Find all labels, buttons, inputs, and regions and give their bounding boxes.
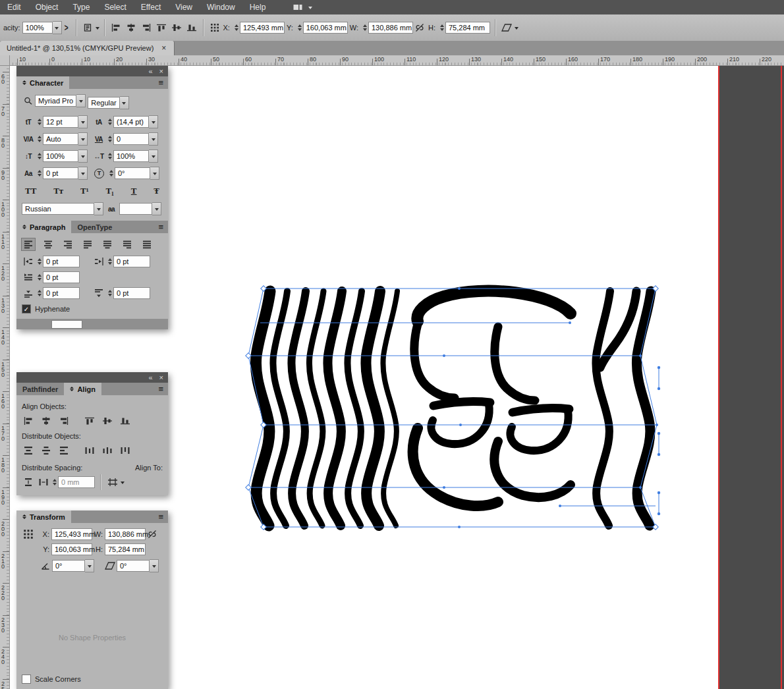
h-left-icon[interactable] xyxy=(22,415,35,427)
dv-bot-icon[interactable] xyxy=(57,445,70,456)
reference-point-icon[interactable] xyxy=(208,22,221,34)
anchor-point[interactable] xyxy=(458,287,461,290)
chevron-down-icon[interactable] xyxy=(150,559,159,572)
panel-menu-icon[interactable]: ≡ xyxy=(158,222,163,232)
horizontal-scale-control[interactable]: ↔T 100% xyxy=(92,150,163,163)
baseline-shift-value[interactable]: 0 pt xyxy=(43,167,78,179)
warped-stroke[interactable] xyxy=(347,291,362,526)
dh-center-icon[interactable] xyxy=(101,445,114,456)
menu-view[interactable]: View xyxy=(168,0,200,14)
warped-stroke[interactable] xyxy=(417,291,571,321)
menu-type[interactable]: Type xyxy=(65,0,97,14)
space-after-value[interactable]: 0 pt xyxy=(113,287,150,299)
anchor-point[interactable] xyxy=(459,424,462,426)
menu-edit[interactable]: Edit xyxy=(0,0,28,14)
opacity-combo[interactable]: 100% xyxy=(22,21,62,34)
transform-x-field[interactable]: 125,493 mm xyxy=(51,528,92,540)
font-style-select[interactable]: Regular xyxy=(88,96,129,109)
resize-grip[interactable] xyxy=(51,320,82,329)
kerning-value[interactable]: Auto xyxy=(43,133,78,145)
small-caps-button[interactable]: Tт xyxy=(53,186,63,196)
character-rotation-spinner[interactable] xyxy=(109,170,113,177)
panel-menu-icon[interactable]: ≡ xyxy=(158,512,163,522)
p-left-icon[interactable] xyxy=(22,238,35,250)
rotate-value[interactable]: 0° xyxy=(52,560,85,572)
panel-menu-icon[interactable]: ≡ xyxy=(158,384,163,394)
tab-close-icon[interactable]: × xyxy=(160,43,167,53)
tracking-value[interactable]: 0 xyxy=(113,133,149,145)
warped-text-artwork[interactable] xyxy=(241,283,663,535)
handle-point[interactable] xyxy=(658,512,660,515)
dh-left-icon[interactable] xyxy=(83,445,96,456)
panel-close-icon[interactable]: × xyxy=(159,66,163,76)
x-value-field[interactable]: 125,493 mm xyxy=(240,22,285,34)
handle-point[interactable] xyxy=(658,491,660,494)
tab-pathfinder[interactable]: Pathfinder xyxy=(16,383,64,395)
tracking-control[interactable]: VA 0 xyxy=(92,132,163,146)
p-jc-icon[interactable] xyxy=(101,238,114,250)
font-size-value[interactable]: 12 pt xyxy=(43,116,78,128)
left-indent-spinner[interactable] xyxy=(38,258,42,265)
warped-stroke[interactable] xyxy=(434,402,490,406)
dv-mid-icon[interactable] xyxy=(40,445,53,456)
font-style-value[interactable]: Regular xyxy=(88,97,120,109)
tracking-spinner[interactable] xyxy=(108,136,112,142)
chevron-down-icon[interactable] xyxy=(76,94,86,107)
constrain-proportions-icon[interactable] xyxy=(413,22,426,34)
chevron-down-icon[interactable] xyxy=(78,167,88,180)
font-family-value[interactable]: Myriad Pro xyxy=(35,95,76,107)
menu-effect[interactable]: Effect xyxy=(134,0,168,14)
transform-shear-icon[interactable] xyxy=(500,22,513,34)
transform-h-field[interactable]: 75,284 mm xyxy=(105,543,146,555)
handle-point[interactable] xyxy=(658,366,660,369)
warped-stroke[interactable] xyxy=(383,291,397,526)
dh-right-icon[interactable] xyxy=(119,445,132,456)
v-top-icon[interactable] xyxy=(155,22,168,34)
vertical-scale-control[interactable]: ↕T 100% xyxy=(22,150,92,163)
leading-value[interactable]: (14,4 pt) xyxy=(113,116,149,128)
chevron-down-icon[interactable] xyxy=(150,167,159,180)
warped-stroke[interactable] xyxy=(414,324,455,398)
chevron-down-icon[interactable] xyxy=(94,202,103,215)
vertical-scale-spinner[interactable] xyxy=(38,153,42,159)
p-ja-icon[interactable] xyxy=(140,238,154,250)
kerning-control[interactable]: V/A Auto xyxy=(22,132,92,146)
expand-panel-icon[interactable]: > xyxy=(65,22,69,32)
warped-stroke[interactable] xyxy=(596,291,610,526)
chevron-down-icon[interactable] xyxy=(85,559,94,572)
v-mid-icon[interactable] xyxy=(170,22,183,34)
workspace-switcher[interactable] xyxy=(291,1,312,13)
all-caps-button[interactable]: TT xyxy=(25,186,36,196)
chevron-down-icon[interactable] xyxy=(121,482,125,486)
anchor-point[interactable] xyxy=(443,486,445,489)
tab-transform[interactable]: Transform xyxy=(16,510,71,523)
left-indent-control[interactable]: 0 pt xyxy=(22,256,92,267)
anchor-point[interactable] xyxy=(656,424,658,426)
handle-point[interactable] xyxy=(658,432,660,435)
font-family-select[interactable]: Myriad Pro xyxy=(22,94,86,107)
language-select[interactable]: Russian xyxy=(22,202,103,215)
opacity-value[interactable]: 100% xyxy=(22,22,53,34)
chevron-down-icon[interactable] xyxy=(152,202,161,215)
h-left-icon[interactable] xyxy=(109,22,123,34)
w-spinner[interactable] xyxy=(363,24,367,31)
v-bot-icon[interactable] xyxy=(185,22,198,34)
sp-v-icon[interactable] xyxy=(22,476,35,488)
space-before-control[interactable]: 0 pt xyxy=(22,287,92,299)
warped-stroke[interactable] xyxy=(495,327,535,400)
first-line-indent-value[interactable]: 0 pt xyxy=(43,271,80,283)
subscript-button[interactable]: T₁ xyxy=(105,186,114,196)
first-line-indent-spinner[interactable] xyxy=(38,274,42,281)
panel-resize-strip[interactable] xyxy=(16,319,168,329)
character-rotation-control[interactable]: T 0° xyxy=(92,167,163,180)
anchor-point[interactable] xyxy=(639,486,642,489)
warped-stroke[interactable] xyxy=(327,291,342,526)
chevron-down-icon[interactable] xyxy=(149,132,158,146)
superscript-button[interactable]: T¹ xyxy=(80,186,89,196)
anchor-point[interactable] xyxy=(559,505,561,507)
first-line-indent-control[interactable]: 0 pt xyxy=(22,271,92,283)
handle-point[interactable] xyxy=(658,387,660,390)
menu-select[interactable]: Select xyxy=(97,0,133,14)
anchor-point[interactable] xyxy=(639,354,642,357)
chevron-down-icon[interactable] xyxy=(120,96,129,109)
